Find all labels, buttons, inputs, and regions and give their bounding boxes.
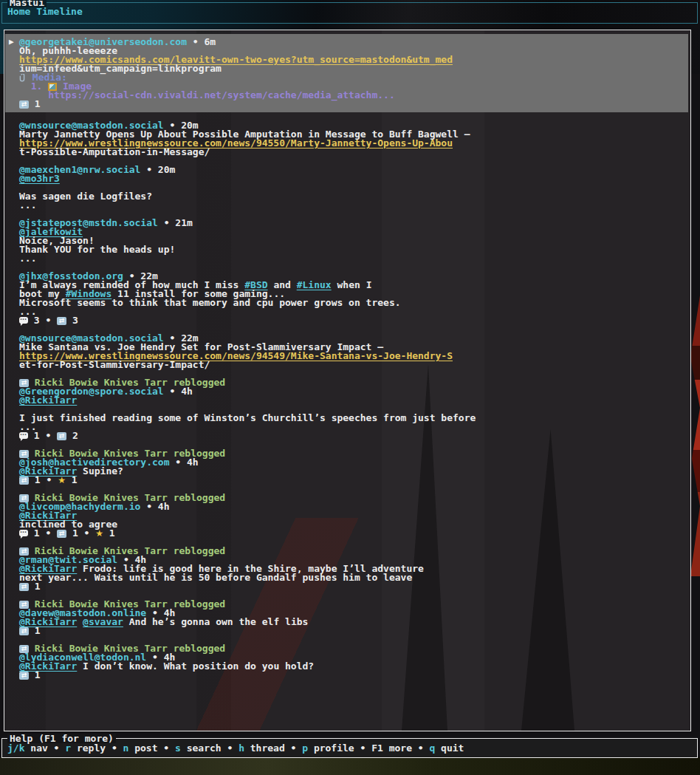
timeline-post[interactable]: @jstatepost@mstdn.social • 21m@jalefkowi…: [5, 219, 690, 263]
timeline-post[interactable]: ⇄ Ricki Bowie Knives Tarr reblogged@rman…: [5, 547, 690, 591]
post-text: I just finished reading some of Winston’…: [19, 414, 476, 423]
post-text: And he’s gonna own the elf libs: [123, 618, 308, 627]
help-separator: •: [285, 742, 302, 754]
help-label: more: [383, 742, 412, 754]
star-icon[interactable]: ★: [58, 476, 66, 485]
post-text: Was sagen die Logfiles?: [19, 192, 152, 201]
background-art-bottom: [0, 757, 700, 775]
post-line: next year... Waits until he is 50 before…: [19, 573, 690, 582]
mention-link[interactable]: @RickiTarr: [19, 662, 77, 671]
timeline-post[interactable]: ⇄ Ricki Bowie Knives Tarr reblogged@Gree…: [5, 378, 690, 440]
timeline-post[interactable]: @maexchen1@nrw.social • 20m@mo3hr3Was sa…: [5, 165, 690, 210]
app-header: Mastui Home Timeline: [1, 2, 698, 24]
post-line: 1 • ⇄ 2: [19, 431, 690, 440]
post-text: [77, 618, 83, 627]
boost-icon[interactable]: ⇄: [57, 530, 66, 538]
post-text: et-for-Post-Slammiversary-Impact/: [19, 361, 210, 369]
post-text: ...: [19, 254, 36, 263]
post-text: 1 •: [66, 529, 95, 538]
help-separator: •: [412, 742, 429, 754]
boost-icon[interactable]: ⇄: [57, 317, 66, 325]
post-line: @maexchen1@nrw.social • 20m: [19, 165, 690, 174]
mention-link[interactable]: @RickiTarr: [19, 618, 77, 627]
post-line: ⇄ 1 • ★ 1: [19, 476, 690, 485]
post-text: 1: [66, 476, 78, 485]
post-line: Media:: [19, 73, 688, 82]
post-text: ...: [19, 201, 36, 210]
help-label: profile: [308, 742, 354, 754]
star-icon[interactable]: ★: [95, 529, 103, 538]
post-line: ...: [19, 201, 690, 210]
post-line: et-for-Post-Slammiversary-Impact/: [19, 361, 690, 369]
help-title: Help (F1 for more): [7, 734, 116, 743]
timeline-post[interactable]: ⇄ Ricki Bowie Knives Tarr reblogged@dave…: [5, 600, 690, 635]
post-text: I don’t know. What position do you hold?: [77, 662, 314, 671]
post-line: inclined to agree: [19, 520, 690, 529]
post-line: ⇄ 1: [19, 100, 688, 109]
reply-bubble-icon[interactable]: [19, 432, 28, 439]
post-line: t-Possible-Amputation-in-Message/: [19, 148, 690, 157]
post-line: @RickiTarr @svavar And he’s gonna own th…: [19, 618, 690, 627]
post-text: 1: [29, 100, 41, 109]
timeline-post[interactable]: ▶@georgetakei@universeodon.com • 6mOh, p…: [5, 34, 688, 112]
help-key: p: [302, 742, 308, 754]
reply-bubble-icon[interactable]: [19, 530, 28, 536]
post-text: • 4h: [170, 458, 199, 467]
boost-icon[interactable]: ⇄: [19, 627, 29, 635]
timeline-post[interactable]: @wnsource@mastodon.social • 22mMike Sant…: [5, 334, 690, 369]
help-bar: Help (F1 for more) j/k nav • r reply • n…: [1, 738, 698, 758]
post-line: @RickiTarr: [19, 511, 690, 520]
post-line: @livcomp@hachyderm.io • 4h: [19, 502, 690, 511]
timeline: ▶@georgetakei@universeodon.com • 6mOh, p…: [4, 30, 690, 680]
boost-icon[interactable]: ⇄: [19, 100, 29, 109]
help-label: nav: [24, 742, 47, 754]
post-line: ium=infeed&utm_campaign=linkprogram: [19, 64, 688, 73]
help-key: s: [175, 742, 181, 754]
boost-icon[interactable]: ⇄: [19, 583, 29, 591]
post-line: Microsoft seems to think that memory and…: [19, 298, 690, 307]
selection-cursor-icon: ▶: [9, 38, 14, 47]
media-url-link[interactable]: https://social-cdn.vivaldi.net/system/ca…: [19, 91, 395, 100]
hashtag-link[interactable]: #Linux: [297, 281, 332, 290]
post-text: t-Possible-Amputation-in-Message/: [19, 148, 210, 157]
post-line: ...: [19, 307, 690, 316]
timeline-post[interactable]: ⇄ Ricki Bowie Knives Tarr reblogged@josh…: [5, 449, 690, 485]
post-text: 1: [29, 582, 41, 591]
timeline-post[interactable]: ⇄ Ricki Bowie Knives Tarr reblogged@livc…: [5, 494, 690, 538]
post-line: 3 • ⇄ 3: [19, 316, 690, 325]
timeline-post[interactable]: @wnsource@mastodon.social • 20mMarty Jan…: [5, 121, 690, 157]
boost-icon[interactable]: ⇄: [19, 477, 29, 485]
mention-link[interactable]: @mo3hr3: [19, 174, 60, 183]
boost-icon[interactable]: ⇄: [19, 672, 29, 680]
post-text: 3: [66, 316, 78, 325]
timeline-post[interactable]: @jhx@fosstodon.org • 22mI’m always remin…: [5, 272, 690, 325]
post-text: Supine?: [77, 467, 123, 476]
reply-bubble-icon[interactable]: [19, 317, 28, 324]
post-line: Was sagen die Logfiles?: [19, 192, 690, 201]
post-line: I just finished reading some of Winston’…: [19, 414, 690, 423]
post-line: @jalefkowit: [19, 228, 690, 236]
post-text: Thank YOU for the heads up!: [19, 245, 175, 254]
post-text: • 21m: [158, 219, 193, 228]
help-keybindings: j/k nav • r reply • n post • s search • …: [7, 743, 697, 754]
boost-icon[interactable]: ⇄: [57, 432, 66, 440]
post-line: @georgetakei@universeodon.com • 6m: [19, 38, 688, 47]
mention-link[interactable]: @RickiTarr: [19, 396, 77, 405]
help-separator: •: [48, 742, 65, 754]
post-line: https://social-cdn.vivaldi.net/system/ca…: [19, 91, 688, 100]
help-key: j/k: [7, 742, 24, 754]
help-separator: •: [158, 742, 175, 754]
post-line: ⇄ 1: [19, 627, 690, 635]
help-key: r: [65, 742, 71, 754]
post-text: next year... Waits until he is 50 before…: [19, 573, 412, 582]
post-text: 1 •: [28, 431, 57, 440]
mention-link[interactable]: @svavar: [83, 618, 123, 627]
post-line: @RickiTarr: [19, 396, 690, 405]
post-text: • 4h: [164, 387, 193, 396]
help-separator: •: [354, 742, 371, 754]
post-line: ⇄ 1: [19, 582, 690, 591]
timeline-post[interactable]: ⇄ Ricki Bowie Knives Tarr reblogged@lydi…: [5, 644, 690, 680]
post-line: ⇄ 1: [19, 671, 690, 680]
post-text: 1: [29, 671, 41, 680]
post-text: 1: [103, 529, 115, 538]
